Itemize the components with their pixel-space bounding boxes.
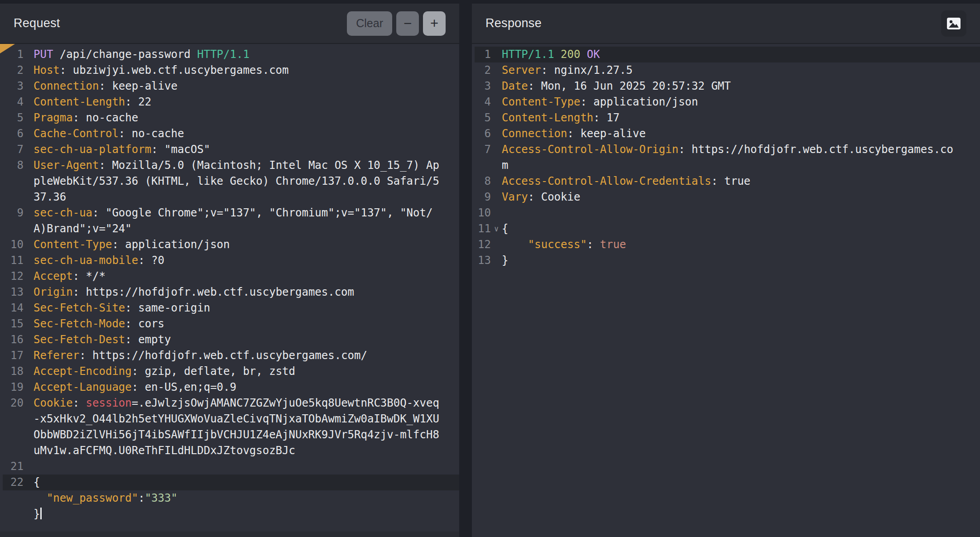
code-line[interactable]: 14Sec-Fetch-Site: same-origin <box>3 300 459 316</box>
code-line[interactable]: 7sec-ch-ua-platform: "macOS" <box>3 142 459 158</box>
clear-button[interactable]: Clear <box>347 11 392 36</box>
code-text: "new_password":"333" <box>34 490 459 506</box>
request-scrollbar-track[interactable] <box>0 532 459 537</box>
line-number: 16 <box>3 332 24 348</box>
code-line[interactable]: 8Access-Control-Allow-Credentials: true <box>475 173 980 189</box>
code-line[interactable]: 9Vary: Cookie <box>475 189 980 205</box>
code-line[interactable]: 16Sec-Fetch-Dest: empty <box>3 332 459 348</box>
code-line[interactable]: } <box>3 506 459 522</box>
code-line[interactable]: 15Sec-Fetch-Mode: cors <box>3 316 459 332</box>
code-token: : Mozilla/5.0 (Macintosh; Intel Mac OS X… <box>99 159 439 172</box>
code-token <box>502 238 528 251</box>
response-panel-title: Response <box>485 16 542 30</box>
response-code-rows: 1HTTP/1.1 200 OK2Server: nginx/1.27.53Da… <box>472 47 980 268</box>
code-line[interactable]: m <box>475 158 980 173</box>
code-token: Content-Type <box>502 96 580 108</box>
fold-gutter-spacer <box>491 237 502 253</box>
code-token: { <box>34 476 40 489</box>
code-line[interactable]: 1HTTP/1.1 200 OK <box>475 47 980 62</box>
increase-font-button[interactable]: + <box>423 11 446 36</box>
decrease-font-button[interactable]: − <box>396 11 419 36</box>
code-line[interactable]: uMv1w.aFCFMQ.U0ReThFILdHLDDxJZtovgsozBJc <box>3 443 459 459</box>
code-line[interactable]: 2Host: ubziwjyi.web.ctf.uscybergames.com <box>3 62 459 78</box>
code-line[interactable]: 9sec-ch-ua: "Google Chrome";v="137", "Ch… <box>3 205 459 221</box>
code-line[interactable]: 3Connection: keep-alive <box>3 78 459 94</box>
code-token: : application/json <box>580 96 698 108</box>
code-line[interactable]: 7Access-Control-Allow-Origin: https://ho… <box>475 142 980 158</box>
code-text: Content-Length: 17 <box>502 110 980 126</box>
line-number: 7 <box>475 142 491 158</box>
code-token: : empty <box>125 333 171 346</box>
code-token <box>554 48 561 61</box>
fold-gutter-spacer <box>491 173 502 189</box>
code-text: Date: Mon, 16 Jun 2025 20:57:32 GMT <box>502 78 980 94</box>
line-number: 11 <box>3 253 24 268</box>
code-text: Accept: */* <box>34 268 459 284</box>
render-image-button[interactable] <box>941 10 966 37</box>
code-line[interactable]: ObbWBD2iZlVHi56jT4ibSAWfIIjbVCHJU1Z4eAjN… <box>3 427 459 443</box>
code-token: 200 <box>561 48 580 61</box>
code-line[interactable]: 11sec-ch-ua-mobile: ?0 <box>3 253 459 268</box>
code-token: Access-Control-Allow-Credentials <box>502 175 711 187</box>
line-number: 5 <box>3 110 24 126</box>
code-line[interactable]: 12Accept: */* <box>3 268 459 284</box>
fold-chevron-down-icon[interactable]: ∨ <box>491 221 502 237</box>
line-number <box>3 443 24 459</box>
code-token: : https://hofdjofr.web.ctf.uscybergames.… <box>678 143 953 156</box>
code-text: 37.36 <box>34 189 459 205</box>
code-line[interactable]: 3Date: Mon, 16 Jun 2025 20:57:32 GMT <box>475 78 980 94</box>
code-line[interactable]: 4Content-Length: 22 <box>3 94 459 110</box>
line-number: 4 <box>3 94 24 110</box>
code-token: } <box>34 508 40 520</box>
code-token: Content-Length <box>502 111 593 124</box>
code-line[interactable]: 2Server: nginx/1.27.5 <box>475 62 980 78</box>
code-line[interactable]: 19Accept-Language: en-US,en;q=0.9 <box>3 379 459 395</box>
code-line[interactable]: 4Content-Type: application/json <box>475 94 980 110</box>
code-line[interactable]: 21 <box>3 459 459 475</box>
code-token: A)Brand";v="24" <box>34 222 132 235</box>
code-line[interactable]: A)Brand";v="24" <box>3 221 459 237</box>
code-line[interactable]: 5Content-Length: 17 <box>475 110 980 126</box>
code-token: Content-Length <box>34 96 125 108</box>
code-text: sec-ch-ua-platform: "macOS" <box>34 142 459 158</box>
code-line[interactable]: 13} <box>475 253 980 268</box>
code-token: Sec-Fetch-Dest <box>34 333 125 346</box>
code-line[interactable]: -x5xHkv2_O44lb2h5etYHUGXWoVuaZleCivqTNjx… <box>3 411 459 427</box>
code-text: Sec-Fetch-Site: same-origin <box>34 300 459 316</box>
code-text: m <box>502 158 980 173</box>
code-text: HTTP/1.1 200 OK <box>502 47 980 62</box>
code-line[interactable]: 22{ <box>3 475 459 490</box>
line-number <box>475 158 491 173</box>
code-line[interactable]: pleWebKit/537.36 (KHTML, like Gecko) Chr… <box>3 173 459 189</box>
code-line[interactable]: 11∨{ <box>475 221 980 237</box>
code-line[interactable]: "new_password":"333" <box>3 490 459 506</box>
line-number: 3 <box>3 78 24 94</box>
code-line[interactable]: 18Accept-Encoding: gzip, deflate, br, zs… <box>3 364 459 379</box>
line-number: 10 <box>3 237 24 253</box>
code-text: { <box>34 475 459 490</box>
code-text: -x5xHkv2_O44lb2h5etYHUGXWoVuaZleCivqTNjx… <box>34 411 459 427</box>
code-token: Host <box>34 64 60 77</box>
code-line[interactable]: 20Cookie: session=.eJwlzjsOwjAMANC7ZGZwY… <box>3 395 459 411</box>
code-line[interactable]: 1PUT /api/change-password HTTP/1.1 <box>3 47 459 62</box>
code-line[interactable]: 6Cache-Control: no-cache <box>3 126 459 142</box>
code-line[interactable]: 37.36 <box>3 189 459 205</box>
line-number <box>3 506 24 522</box>
code-line[interactable]: 10 <box>475 205 980 221</box>
line-number: 6 <box>3 126 24 142</box>
code-line[interactable]: 17Referer: https://hofdjofr.web.ctf.uscy… <box>3 348 459 364</box>
code-line[interactable]: 6Connection: keep-alive <box>475 126 980 142</box>
line-number <box>3 189 24 205</box>
code-token: HTTP/1.1 <box>197 48 250 61</box>
code-line[interactable]: 13Origin: https://hofdjofr.web.ctf.uscyb… <box>3 284 459 300</box>
code-line[interactable]: 8User-Agent: Mozilla/5.0 (Macintosh; Int… <box>3 158 459 173</box>
http-inspector-window: Request Clear − + 1PUT /api/change-passw… <box>0 0 980 537</box>
line-number: 8 <box>475 173 491 189</box>
request-editor[interactable]: 1PUT /api/change-password HTTP/1.12Host:… <box>0 44 459 537</box>
code-line[interactable]: 10Content-Type: application/json <box>3 237 459 253</box>
code-line[interactable]: 5Pragma: no-cache <box>3 110 459 126</box>
response-editor[interactable]: 1HTTP/1.1 200 OK2Server: nginx/1.27.53Da… <box>472 44 980 537</box>
panel-divider[interactable] <box>459 4 472 537</box>
code-line[interactable]: 12 "success": true <box>475 237 980 253</box>
code-text: Access-Control-Allow-Credentials: true <box>502 173 980 189</box>
